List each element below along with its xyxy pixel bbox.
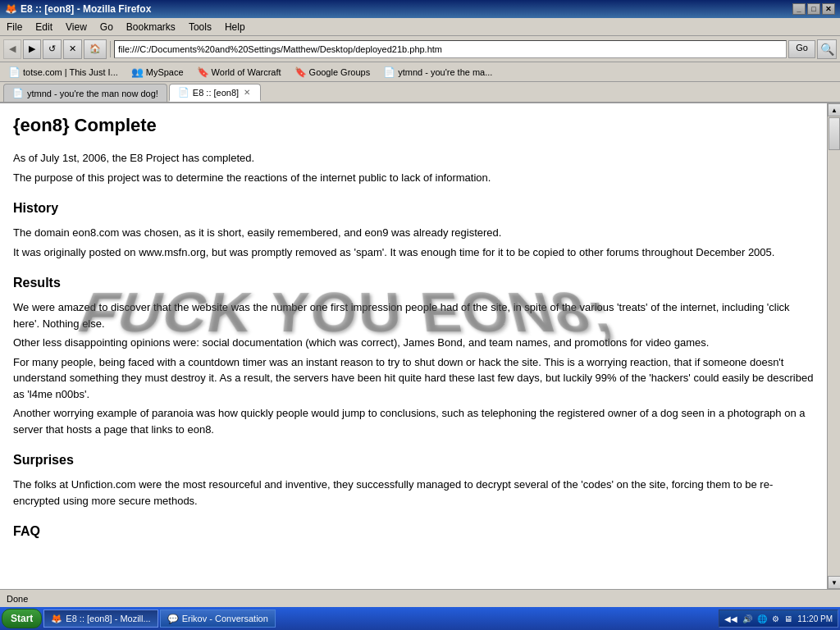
titlebar-controls[interactable]: _ □ ✕ [792,3,835,15]
bookmark-wow-icon: 🔖 [197,66,209,78]
menubar: File Edit View Go Bookmarks Tools Help [0,18,840,36]
taskbar-firefox[interactable]: 🦊 E8 :: [eon8] - Mozill... [43,609,158,628]
tray-icon-4: ⚙ [772,614,779,623]
system-clock: 11:20 PM [797,614,833,623]
tab-eon8-icon: 📄 [178,87,189,98]
bookmark-totse-icon: 📄 [8,66,21,78]
tab-eon8[interactable]: 📄 E8 :: [eon8] ✕ [169,84,261,102]
maximize-button[interactable]: □ [807,3,820,15]
heading-results: Results [13,273,814,293]
taskbar-erikov-label: Erikov - Conversation [182,614,268,623]
tray-icon-3: 🌐 [757,614,767,623]
address-input[interactable] [114,40,787,58]
para-9: The folks at Unfiction.com were the most… [13,477,814,509]
para-5: We were amazed to discover that the webs… [13,299,814,331]
back-button[interactable]: ◀ [3,39,21,59]
tray-icon-5: 🖥 [784,614,792,623]
bookmark-myspace-label: MySpace [146,67,184,77]
menu-go[interactable]: Go [94,20,120,34]
content-wrapper: FUCK YOU EON8; {eon8} Complete As of Jul… [0,103,840,589]
bookmark-ytmnd[interactable]: 📄 ytmnd - you're the ma... [378,66,497,79]
firefox-icon: 🦊 [5,3,17,15]
scrollbar-up[interactable]: ▲ [828,103,840,116]
page-title: {eon8} Complete [13,112,814,139]
go-button[interactable]: Go [788,40,815,58]
bookmark-google[interactable]: 🔖 Google Groups [290,66,376,79]
titlebar: 🦊 E8 :: [eon8] - Mozilla Firefox _ □ ✕ [0,0,840,18]
tray-icon-1: ◀◀ [724,614,737,623]
status-text: Done [7,594,28,604]
titlebar-left: 🦊 E8 :: [eon8] - Mozilla Firefox [5,3,151,15]
menu-file[interactable]: File [0,20,29,34]
scrollbar-track[interactable] [828,116,840,576]
tray-icon-2: 🔊 [742,614,752,623]
search-button[interactable]: 🔍 [817,39,837,59]
statusbar: Done [0,589,840,607]
home-button[interactable]: 🏠 [84,39,107,59]
bookmark-ytmnd-label: ytmnd - you're the ma... [398,67,492,77]
taskbar: Start 🦊 E8 :: [eon8] - Mozill... 💬 Eriko… [0,607,840,630]
menu-tools[interactable]: Tools [182,20,218,34]
tabs-row: 📄 ytmnd - you're the man now dog! 📄 E8 :… [0,82,840,103]
bookmark-myspace-icon: 👥 [131,66,144,78]
forward-button[interactable]: ▶ [23,39,41,59]
para-4: It was originally posted on www.msfn.org… [13,244,814,261]
bookmark-wow[interactable]: 🔖 World of Warcraft [192,66,286,79]
minimize-button[interactable]: _ [792,3,806,15]
close-button[interactable]: ✕ [822,3,835,15]
taskbar-firefox-label: E8 :: [eon8] - Mozill... [66,614,150,623]
bookmark-totse[interactable]: 📄 totse.com | This Just I... [3,66,123,79]
para-8: Another worrying example of paranoia was… [13,405,814,437]
para-6: Other less disappointing opinions were: … [13,335,814,351]
scrollbar[interactable]: ▲ ▼ [827,103,840,589]
heading-surprises: Surprises [13,450,814,470]
menu-view[interactable]: View [59,20,94,34]
tab-ytmnd-label: ytmnd - you're the man now dog! [27,89,158,98]
titlebar-text: E8 :: [eon8] - Mozilla Firefox [21,3,151,15]
page-content[interactable]: FUCK YOU EON8; {eon8} Complete As of Jul… [0,103,827,589]
taskbar-erikov[interactable]: 💬 Erikov - Conversation [160,609,276,628]
bookmark-wow-label: World of Warcraft [212,67,281,77]
bookmarks-bar: 📄 totse.com | This Just I... 👥 MySpace 🔖… [0,62,840,82]
para-7: For many people, being faced with a coun… [13,354,814,403]
bookmark-myspace[interactable]: 👥 MySpace [126,66,189,79]
tab-eon8-label: E8 :: [eon8] [193,88,239,98]
toolbar-separator [110,41,111,57]
taskbar-firefox-icon: 🦊 [51,614,62,624]
tab-eon8-close[interactable]: ✕ [242,88,252,98]
taskbar-erikov-icon: 💬 [167,614,179,624]
bookmark-google-label: Google Groups [309,67,371,77]
scrollbar-down[interactable]: ▼ [828,576,840,589]
heading-faq: FAQ [13,522,814,541]
para-1: As of July 1st, 2006, the E8 Project has… [13,150,814,167]
tab-ytmnd-icon: 📄 [12,88,24,98]
taskbar-tray: ◀◀ 🔊 🌐 ⚙ 🖥 11:20 PM [719,609,838,628]
para-3: The domain eon8.com was chosen, as it is… [13,225,814,241]
reload-button[interactable]: ↺ [43,39,62,59]
start-button[interactable]: Start [2,609,42,628]
menu-bookmarks[interactable]: Bookmarks [120,20,182,34]
menu-help[interactable]: Help [218,20,252,34]
toolbar: ◀ ▶ ↺ ✕ 🏠 Go 🔍 [0,36,840,62]
bookmark-google-icon: 🔖 [294,66,307,78]
tab-ytmnd[interactable]: 📄 ytmnd - you're the man now dog! [3,84,167,102]
bookmark-totse-label: totse.com | This Just I... [23,67,118,77]
para-2: The purpose of this project was to deter… [13,170,814,186]
address-bar [114,40,787,58]
menu-edit[interactable]: Edit [29,20,59,34]
bookmark-ytmnd-icon: 📄 [383,66,395,78]
heading-history: History [13,199,814,218]
stop-button[interactable]: ✕ [63,39,82,59]
scrollbar-thumb[interactable] [829,117,840,150]
